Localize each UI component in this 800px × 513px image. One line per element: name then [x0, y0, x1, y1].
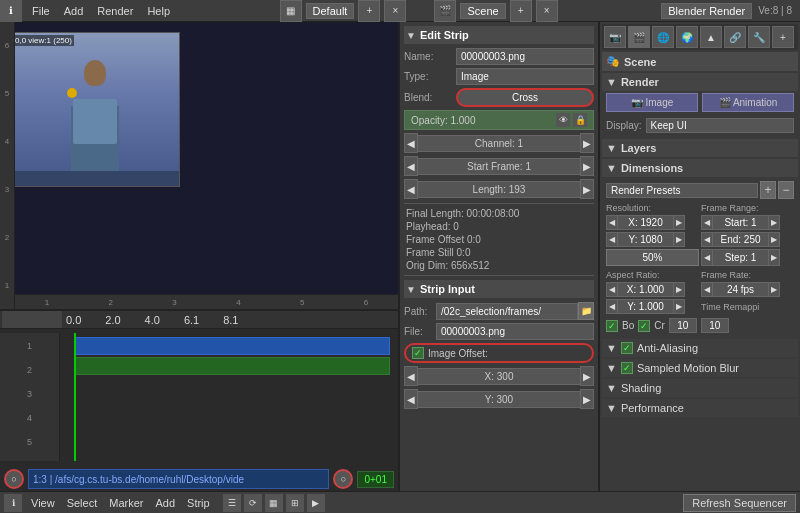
end-left[interactable]: ◀	[701, 232, 713, 247]
end-input[interactable]	[713, 232, 768, 247]
fps-left[interactable]: ◀	[701, 282, 713, 297]
aspect-y-input[interactable]	[618, 299, 673, 314]
refresh-sequencer-btn[interactable]: Refresh Sequencer	[683, 494, 796, 512]
step-left[interactable]: ◀	[701, 249, 713, 266]
start-decrease[interactable]: ◀	[404, 156, 418, 176]
view-list-icon[interactable]: ☰	[223, 494, 241, 512]
res-x-input[interactable]	[618, 215, 673, 230]
y-increase[interactable]: ▶	[580, 389, 594, 409]
lock-icon[interactable]: 🔒	[573, 113, 587, 127]
bottom-menu-marker[interactable]: Marker	[104, 496, 148, 510]
x-value[interactable]: X: 300	[418, 368, 580, 385]
aspect-x-left[interactable]: ◀	[606, 282, 618, 297]
plus-icon[interactable]: +	[358, 0, 380, 22]
x-increase[interactable]: ▶	[580, 366, 594, 386]
res-y-left[interactable]: ◀	[606, 232, 618, 247]
start-right[interactable]: ▶	[768, 215, 780, 230]
modifier-icon[interactable]: 🔧	[748, 26, 770, 48]
channel-value[interactable]: Channel: 1	[418, 135, 580, 152]
res-y-input[interactable]	[618, 232, 673, 247]
bottom-icon[interactable]: ℹ	[4, 494, 22, 512]
name-input[interactable]	[456, 48, 594, 65]
length-increase[interactable]: ▶	[580, 179, 594, 199]
channel-increase[interactable]: ▶	[580, 133, 594, 153]
eye-icon[interactable]: 👁	[556, 113, 570, 127]
timeline-strip-2[interactable]	[74, 357, 390, 375]
performance-header[interactable]: ▼ Performance	[602, 399, 798, 417]
image-offset-checkbox[interactable]: ✓	[412, 347, 424, 359]
play-icon[interactable]: ▶	[307, 494, 325, 512]
plus-prop-icon[interactable]: +	[772, 26, 794, 48]
render-presets-select[interactable]: Render Presets	[606, 183, 758, 198]
object-prop-icon[interactable]: ▲	[700, 26, 722, 48]
path-input[interactable]	[436, 303, 578, 320]
y-decrease[interactable]: ◀	[404, 389, 418, 409]
grid-icon[interactable]: ▦	[265, 494, 283, 512]
layout-icon[interactable]: ▦	[280, 0, 302, 22]
bottom-menu-strip[interactable]: Strip	[182, 496, 215, 510]
bo-checkbox[interactable]: ✓	[606, 320, 618, 332]
sampled-motion-blur-header[interactable]: ▼ ✓ Sampled Motion Blur	[602, 359, 798, 377]
y-value[interactable]: Y: 300	[418, 391, 580, 408]
start-frame-value[interactable]: Start Frame: 1	[418, 158, 580, 175]
end-right[interactable]: ▶	[768, 232, 780, 247]
aspect-y-left[interactable]: ◀	[606, 299, 618, 314]
close-icon[interactable]: ×	[384, 0, 406, 22]
x-decrease[interactable]: ◀	[404, 366, 418, 386]
res-x-right[interactable]: ▶	[673, 215, 685, 230]
menu-help[interactable]: Help	[141, 3, 176, 19]
constraint-icon[interactable]: 🔗	[724, 26, 746, 48]
menu-file[interactable]: File	[26, 3, 56, 19]
step-right[interactable]: ▶	[768, 249, 780, 266]
anti-aliasing-checkbox[interactable]: ✓	[621, 342, 633, 354]
path-browse-btn[interactable]: 📁	[578, 302, 594, 320]
circle-btn-1[interactable]: ○	[4, 469, 24, 489]
sync-icon[interactable]: ⟳	[244, 494, 262, 512]
bottom-menu-add[interactable]: Add	[150, 496, 180, 510]
menu-add[interactable]: Add	[58, 3, 90, 19]
type-select[interactable]: Image	[456, 68, 594, 85]
aspect-x-input[interactable]	[618, 282, 673, 297]
display-select[interactable]: Keep UI	[646, 118, 794, 133]
cr-value-input[interactable]	[701, 318, 729, 333]
opacity-row[interactable]: Opacity: 1.000 👁 🔒	[404, 110, 594, 130]
scene-close-icon[interactable]: ×	[536, 0, 558, 22]
timeline-strip-1[interactable]	[74, 337, 390, 355]
start-left[interactable]: ◀	[701, 215, 713, 230]
scene-plus-icon[interactable]: +	[510, 0, 532, 22]
image-offset-row[interactable]: ✓ Image Offset:	[404, 343, 594, 363]
world-prop-icon[interactable]: 🌍	[676, 26, 698, 48]
render-section-header[interactable]: ▼ Render	[602, 73, 798, 91]
layers-header[interactable]: ▼ Layers	[602, 139, 798, 157]
timeline[interactable]: 0.0 2.0 4.0 6.1 8.1 12345	[0, 311, 398, 491]
blend-select[interactable]: Cross	[456, 88, 594, 107]
snap-icon[interactable]: ⊞	[286, 494, 304, 512]
fps-input[interactable]	[713, 282, 768, 297]
res-x-left[interactable]: ◀	[606, 215, 618, 230]
engine-select[interactable]: Default	[306, 3, 355, 19]
bottom-menu-view[interactable]: View	[26, 496, 60, 510]
shading-header[interactable]: ▼ Shading	[602, 379, 798, 397]
anti-aliasing-header[interactable]: ▼ ✓ Anti-Aliasing	[602, 339, 798, 357]
camera-prop-icon[interactable]: 📷	[604, 26, 626, 48]
camera-icon[interactable]: 🎬	[434, 0, 456, 22]
start-increase[interactable]: ▶	[580, 156, 594, 176]
length-decrease[interactable]: ◀	[404, 179, 418, 199]
res-y-right[interactable]: ▶	[673, 232, 685, 247]
scene-prop-icon[interactable]: 🌐	[652, 26, 674, 48]
aspect-x-right[interactable]: ▶	[673, 282, 685, 297]
pct-box[interactable]: 50%	[606, 249, 699, 266]
sampled-mb-checkbox[interactable]: ✓	[621, 362, 633, 374]
render-engine-select[interactable]: Blender Render	[661, 3, 752, 19]
presets-remove-btn[interactable]: −	[778, 181, 794, 199]
viewport[interactable]: 0,0 view:1 (250) 654321 123456	[0, 22, 398, 311]
aspect-y-right[interactable]: ▶	[673, 299, 685, 314]
fps-right[interactable]: ▶	[768, 282, 780, 297]
animation-render-btn[interactable]: 🎬 Animation	[702, 93, 794, 112]
bo-value-input[interactable]	[669, 318, 697, 333]
start-input[interactable]	[713, 215, 768, 230]
bottom-menu-select[interactable]: Select	[62, 496, 103, 510]
cr-checkbox[interactable]: ✓	[638, 320, 650, 332]
timeline-path-input[interactable]	[28, 469, 329, 489]
menu-render[interactable]: Render	[91, 3, 139, 19]
